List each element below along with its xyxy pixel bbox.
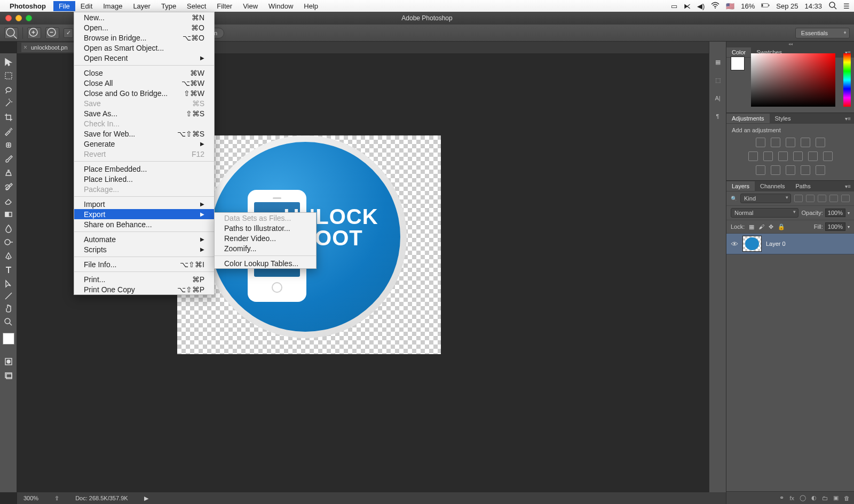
doc-size[interactable]: Doc: 268.5K/357.9K bbox=[75, 495, 128, 501]
layer-fx-icon[interactable]: fx bbox=[789, 495, 794, 501]
color-picker-field[interactable] bbox=[751, 53, 835, 107]
lock-pixels-icon[interactable]: 🖌 bbox=[758, 223, 764, 230]
color-tab[interactable]: Color bbox=[726, 47, 751, 57]
adj-curves[interactable] bbox=[786, 138, 795, 147]
file-menu-item[interactable]: Close and Go to Bridge...⇧⌘W bbox=[74, 88, 214, 98]
blend-mode-select[interactable]: Normal bbox=[731, 208, 798, 218]
file-menu-item[interactable]: Print...⌘P bbox=[74, 274, 214, 284]
brush-tool[interactable] bbox=[2, 153, 15, 165]
file-menu-item[interactable]: Automate▶ bbox=[74, 234, 214, 244]
adj-exposure[interactable] bbox=[801, 138, 810, 147]
zoom-in-button[interactable] bbox=[27, 27, 41, 39]
menu-type[interactable]: Type bbox=[156, 1, 181, 11]
menu-view[interactable]: View bbox=[238, 1, 263, 11]
menu-help[interactable]: Help bbox=[298, 1, 323, 11]
new-fill-layer-icon[interactable]: ◐ bbox=[811, 494, 817, 501]
close-window-button[interactable] bbox=[5, 15, 12, 21]
clone-stamp-tool[interactable] bbox=[2, 166, 15, 179]
workspace-switcher[interactable]: Essentials bbox=[795, 28, 850, 38]
type-tool[interactable] bbox=[2, 263, 15, 276]
file-menu-item[interactable]: Save As...⇧⌘S bbox=[74, 108, 214, 118]
paragraph-panel-icon[interactable]: ¶ bbox=[713, 112, 723, 121]
layers-panel-menu[interactable]: ▾≡ bbox=[845, 183, 851, 189]
volume-icon[interactable]: ◀) bbox=[697, 2, 705, 10]
file-menu-item[interactable]: Generate▶ bbox=[74, 139, 214, 149]
foreground-background-swatch[interactable] bbox=[3, 333, 14, 345]
gradient-tool[interactable] bbox=[2, 208, 15, 221]
adj-posterize[interactable] bbox=[771, 165, 780, 175]
menu-edit[interactable]: Edit bbox=[75, 1, 98, 11]
file-menu-item[interactable]: Place Embedded... bbox=[74, 164, 214, 174]
fill-value[interactable]: 100% bbox=[825, 222, 845, 231]
lock-transparency-icon[interactable]: ▦ bbox=[749, 223, 754, 230]
adj-vibrance[interactable] bbox=[816, 138, 825, 147]
delete-layer-icon[interactable]: 🗑 bbox=[844, 495, 850, 501]
link-layers-icon[interactable]: ⚭ bbox=[779, 494, 784, 501]
layer-row[interactable]: Layer 0 bbox=[726, 234, 854, 254]
layer-visibility-icon[interactable] bbox=[731, 241, 738, 246]
screen-mode-toggle[interactable] bbox=[2, 369, 15, 382]
move-tool[interactable] bbox=[2, 55, 15, 68]
adjustments-tab[interactable]: Adjustments bbox=[726, 114, 770, 123]
file-menu-item[interactable]: File Info...⌥⇧⌘I bbox=[74, 259, 214, 269]
adj-selectivecolor[interactable] bbox=[816, 165, 825, 175]
hue-slider[interactable] bbox=[843, 53, 851, 107]
adj-channelmixer[interactable] bbox=[808, 151, 818, 161]
adj-colorbalance[interactable] bbox=[763, 151, 773, 161]
export-submenu-item[interactable]: Zoomify... bbox=[215, 243, 316, 253]
layer-name[interactable]: Layer 0 bbox=[766, 241, 786, 247]
menu-filter[interactable]: Filter bbox=[211, 1, 238, 11]
properties-panel-icon[interactable]: ⬚ bbox=[713, 76, 723, 84]
file-menu-item[interactable]: Import▶ bbox=[74, 199, 214, 209]
file-menu-item[interactable]: Close All⌥⌘W bbox=[74, 78, 214, 88]
color-fg-bg-swatch[interactable] bbox=[731, 57, 745, 70]
adj-hue[interactable] bbox=[748, 151, 758, 161]
adj-threshold[interactable] bbox=[786, 165, 795, 175]
file-menu-item[interactable]: Browse in Bridge...⌥⌘O bbox=[74, 33, 214, 43]
minimize-window-button[interactable] bbox=[15, 15, 22, 21]
path-selection-tool[interactable] bbox=[2, 277, 15, 290]
spotlight-icon[interactable] bbox=[828, 1, 837, 11]
file-menu-item[interactable]: Close⌘W bbox=[74, 68, 214, 78]
adj-photofilter[interactable] bbox=[793, 151, 803, 161]
app-name[interactable]: Photoshop bbox=[10, 2, 46, 10]
shape-tool[interactable] bbox=[2, 291, 15, 301]
export-submenu-item[interactable]: Render Video... bbox=[215, 233, 316, 243]
doc-info-arrow[interactable]: ▶ bbox=[144, 495, 148, 502]
wifi-icon[interactable] bbox=[711, 1, 719, 11]
adj-brightness[interactable] bbox=[756, 138, 765, 147]
paths-tab[interactable]: Paths bbox=[790, 181, 816, 191]
battery-icon[interactable] bbox=[761, 1, 770, 11]
layers-tab[interactable]: Layers bbox=[726, 181, 755, 191]
channels-tab[interactable]: Channels bbox=[755, 181, 790, 191]
marquee-tool[interactable] bbox=[2, 69, 15, 82]
file-menu-item[interactable]: Scripts▶ bbox=[74, 244, 214, 254]
magic-wand-tool[interactable] bbox=[2, 97, 15, 110]
document-tab[interactable]: unlockboot.pn bbox=[21, 43, 75, 52]
resize-windows-checkbox[interactable]: ✓ bbox=[64, 28, 73, 38]
character-panel-icon[interactable]: A| bbox=[713, 94, 723, 102]
file-menu-item[interactable]: Export▶ bbox=[74, 209, 214, 219]
notification-icon[interactable]: ☰ bbox=[843, 2, 850, 10]
quick-mask-toggle[interactable] bbox=[2, 355, 15, 368]
blur-tool[interactable] bbox=[2, 222, 15, 235]
menu-image[interactable]: Image bbox=[98, 1, 128, 11]
healing-brush-tool[interactable] bbox=[2, 139, 15, 151]
file-menu-item[interactable]: Print One Copy⌥⇧⌘P bbox=[74, 284, 214, 294]
zoom-level[interactable]: 300% bbox=[23, 495, 38, 501]
bluetooth-icon[interactable]: ⧔ bbox=[684, 2, 691, 10]
zoom-tool[interactable] bbox=[2, 316, 15, 329]
history-brush-tool[interactable] bbox=[2, 180, 15, 193]
share-icon[interactable]: ⇪ bbox=[54, 495, 59, 502]
zoom-out-button[interactable] bbox=[45, 27, 59, 39]
adj-gradientmap[interactable] bbox=[801, 165, 810, 175]
styles-tab[interactable]: Styles bbox=[770, 114, 796, 123]
menu-file[interactable]: File bbox=[53, 1, 75, 11]
menu-window[interactable]: Window bbox=[263, 1, 298, 11]
adj-levels[interactable] bbox=[771, 138, 780, 147]
eraser-tool[interactable] bbox=[2, 194, 15, 207]
filter-pixel-icon[interactable] bbox=[794, 195, 803, 202]
layer-mask-icon[interactable]: ◯ bbox=[800, 494, 806, 501]
menu-select[interactable]: Select bbox=[181, 1, 211, 11]
file-menu-item[interactable]: Open as Smart Object... bbox=[74, 43, 214, 53]
